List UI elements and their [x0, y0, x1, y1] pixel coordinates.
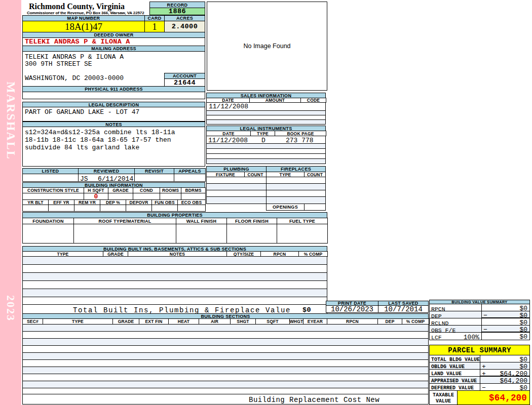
- plumbing-fireplaces-divider: [266, 177, 267, 204]
- review-cell-appeals: [174, 174, 206, 182]
- sidebar-year-watermark: 2023: [0, 292, 21, 325]
- card-value: 1: [144, 21, 165, 32]
- notes-line-3: subdivide 84 lts garland lake: [25, 144, 139, 151]
- legal-instruments-empty-row: [206, 149, 326, 154]
- taxable-value-text: $64,200: [489, 393, 527, 403]
- sales-empty-row: [206, 120, 326, 125]
- building-sections-footer-row: Building Replacement Cost New: [22, 394, 429, 404]
- parcel-value-obldg-value: +$0: [480, 362, 530, 370]
- built-ins-empty-row: [23, 297, 327, 304]
- review-cell-revisit: [134, 174, 174, 182]
- bvs-value-dep: −$0: [481, 311, 530, 318]
- building-sections-empty-row: [23, 339, 428, 346]
- built-ins-empty-row: [23, 281, 327, 289]
- bvs-value-obs-fe: −$0: [481, 325, 530, 333]
- acres-value: 2.4000: [164, 21, 205, 32]
- reviewed-by: JS: [80, 175, 88, 183]
- taxable-value-label-cell: TAXABLEVALUE: [429, 390, 458, 405]
- built-ins-empty-row: [23, 265, 327, 273]
- legal-instruments-empty-row: [206, 159, 326, 164]
- building-sections-empty-row: [23, 367, 428, 374]
- review-cell-reviewed: JS6/11/2014: [78, 174, 135, 182]
- sales-empty-row: [206, 115, 326, 120]
- parcel-label-obldg-value: OBLDG VALUE: [429, 362, 480, 370]
- building-info-value-eff-yr: [48, 205, 74, 212]
- legal-description-value: PART OF GARLAND LAKE - LOT 47: [22, 107, 205, 122]
- deeded-owner-value: TELEKI ANDRAS P & ILONA A: [22, 37, 205, 46]
- property-record-card: MARSHALL 2023 Richmond County, Virginia …: [0, 0, 532, 405]
- taxable-value-cell: $64,200: [457, 390, 530, 405]
- built-ins-empty-row: [23, 257, 327, 265]
- notes-block: s12=324a=d&s12-325a combine lts 18-11a18…: [22, 127, 205, 167]
- county-title: Richmond County, Virginia: [29, 2, 150, 11]
- last-saved-value: 10/7/2014: [378, 305, 429, 313]
- mailing-line-3: WASHINGTON, DC 20003-0000: [25, 74, 124, 82]
- notes-line-2: 18-11b 18-11c 18-64a 18-65 17-57 then: [25, 136, 171, 144]
- legal-instrument-book-page: 273 778: [286, 137, 314, 144]
- bvs-value-lcf: $0: [481, 332, 530, 340]
- building-info-value-dep-pct: [100, 205, 126, 212]
- bvs-label-text: LCF: [431, 334, 442, 341]
- sales-row-date: 11/12/2008: [206, 102, 326, 111]
- building-info-value-rooms: [160, 193, 181, 200]
- building-info-value-cond: [133, 193, 160, 200]
- building-sections-empty-row: [23, 332, 428, 339]
- reviewed-date: 6/11/2014: [98, 175, 133, 183]
- building-info-value-rem-yr: [74, 205, 100, 212]
- building-properties-value-floor-finish: [226, 224, 277, 244]
- sidebar-strip: [0, 0, 21, 405]
- legal-instruments-empty-row: [206, 144, 326, 149]
- parcel-label-appraised-value: APPRAISED VALUE: [429, 376, 480, 384]
- no-image-placeholder: No Image Found: [207, 2, 327, 91]
- building-info-value-h-sqft: 0: [84, 193, 108, 200]
- physical-911-address-value: [22, 92, 205, 99]
- fireplaces-openings-value: [304, 204, 326, 211]
- taxable-label-line2: VALUE: [430, 398, 457, 404]
- fireplaces-openings-label: OPENINGS: [266, 204, 305, 211]
- bvs-label-rpcn: RPCN: [429, 304, 482, 311]
- legal-instrument-date: 11/12/2008: [208, 137, 248, 144]
- account-value: 21644: [164, 78, 205, 87]
- building-sections-empty-row: [23, 374, 428, 381]
- bvs-label-dep: DEP: [429, 311, 482, 318]
- parcel-summary-header: PARCEL SUMMARY: [429, 345, 530, 355]
- bvs-label-lcf: LCF100%: [429, 332, 482, 340]
- building-info-value-grade: [108, 193, 133, 200]
- bvs-value-rclnd: $0: [481, 318, 530, 326]
- built-ins-total-value: $0: [302, 306, 311, 314]
- parcel-value-land-value: +$64,200: [480, 369, 530, 377]
- sales-empty-row: [206, 111, 326, 115]
- bvs-value-text: $0: [519, 333, 527, 341]
- print-date-value: 10/26/2023: [326, 305, 378, 313]
- building-properties-value-foundation: [22, 224, 74, 244]
- map-number-value: 18A(1)47: [22, 21, 145, 32]
- legal-instruments-empty-row: [206, 154, 326, 159]
- bvs-value-rpcn: $0: [481, 304, 530, 311]
- parcel-value-appraised-value: $64,200: [480, 376, 530, 384]
- building-replacement-cost-label: Building Replacement Cost New: [249, 396, 379, 404]
- building-properties-value-roof-type-material: [73, 224, 176, 244]
- parcel-label-total-bldg-value: TOTAL BLDG VALUE: [429, 355, 480, 362]
- notes-line-1: s12=324a=d&s12-325a combine lts 18-11a: [25, 129, 175, 136]
- legal-instrument-type: D: [261, 137, 265, 144]
- building-sections-empty-row: [23, 346, 428, 353]
- built-ins-empty-row: [23, 273, 327, 281]
- building-info-value-fun-obs: [151, 205, 178, 212]
- building-sections-empty-row: [23, 381, 428, 388]
- building-info-value-depovr: [126, 205, 152, 212]
- building-sections-empty-row: [23, 360, 428, 367]
- review-cell-listed: [22, 174, 79, 182]
- record-value: 1886: [149, 8, 205, 15]
- building-sections-empty-row: [23, 325, 428, 332]
- building-properties-value-fuel-type: [277, 224, 328, 244]
- bvs-label-obs-fe: OBS F/E: [429, 325, 482, 333]
- building-sections-empty-row: [23, 388, 428, 394]
- building-sections-empty-row: [23, 353, 428, 360]
- building-properties-value-wall-finish: [176, 224, 227, 244]
- parcel-value-total-bldg-value: $0: [480, 355, 530, 362]
- bvs-label-rclnd: RCLND: [429, 318, 482, 326]
- bvs-lcf-pct: 100%: [464, 334, 479, 341]
- building-info-value-construction-style: [22, 193, 84, 200]
- sidebar-vendor-watermark: MARSHALL: [0, 84, 21, 157]
- building-info-value-yr-blt: [22, 205, 49, 212]
